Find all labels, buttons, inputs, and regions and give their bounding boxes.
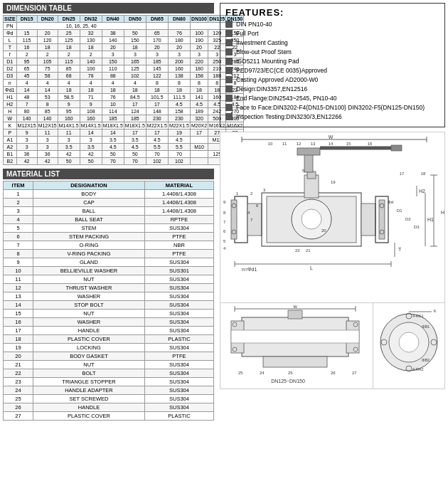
table-cell: 3 bbox=[4, 207, 33, 216]
mat-header-cell: ITEM bbox=[4, 181, 33, 190]
table-cell: P bbox=[4, 130, 17, 137]
table-cell: SUS304 bbox=[144, 395, 213, 403]
svg-text:H2: H2 bbox=[419, 189, 425, 194]
table-row: 7O-RINGNBR bbox=[4, 241, 214, 250]
table-cell: 18 bbox=[58, 87, 80, 94]
table-cell: 18 bbox=[80, 44, 102, 51]
table-cell: 18 bbox=[146, 87, 168, 94]
table-cell: 13 bbox=[4, 292, 33, 301]
table-cell: 26 bbox=[4, 403, 33, 412]
table-cell: A2 bbox=[4, 144, 17, 151]
table-cell: 8 bbox=[168, 80, 190, 87]
table-cell: 150 bbox=[124, 37, 146, 44]
table-row: KM12X15M12X15M14X1.5M14X1.5M18X1.5M18X1.… bbox=[4, 122, 244, 130]
table-cell: 70 bbox=[168, 151, 190, 158]
table-cell: 4.5 bbox=[102, 144, 124, 151]
table-cell: 75 bbox=[37, 65, 58, 73]
table-cell: 4 bbox=[80, 80, 102, 87]
table-cell: 190 bbox=[190, 37, 208, 44]
table-cell: 111.5 bbox=[168, 94, 190, 101]
table-cell: PTFE bbox=[144, 233, 213, 241]
table-cell: 7 bbox=[16, 101, 37, 108]
dimension-table: SIZEDN15DN20DN25DN32DN40DN50DN65DN80DN10… bbox=[3, 15, 244, 165]
table-cell: 122 bbox=[146, 73, 168, 80]
table-cell: 10 bbox=[4, 267, 33, 275]
feature-text: Design:DIN3357,EN12516 bbox=[236, 85, 307, 93]
table-cell: 76 bbox=[102, 94, 124, 101]
table-cell: 160 bbox=[80, 115, 102, 122]
table-cell: BODY bbox=[33, 190, 145, 199]
table-cell: 185 bbox=[146, 58, 168, 65]
table-cell: 11 bbox=[58, 130, 80, 137]
table-cell: 3 bbox=[124, 51, 146, 58]
svg-rect-25 bbox=[361, 204, 375, 236]
table-cell: 18 bbox=[102, 87, 124, 94]
table-cell: 138 bbox=[168, 73, 190, 80]
table-row: H808595108114124148158189242270 bbox=[4, 108, 244, 115]
table-cell: 17 bbox=[146, 130, 168, 137]
table-cell: 14 bbox=[4, 301, 33, 310]
table-row: L115120125130140150170180190325350 bbox=[4, 37, 244, 44]
drawing-area: W 10 11 12 13 14 15 16 17 18 bbox=[220, 132, 445, 389]
table-cell: 3 bbox=[37, 137, 58, 144]
table-cell: 36 bbox=[37, 151, 58, 158]
table-row: 17HANDLESUS304 bbox=[4, 327, 214, 335]
table-cell: 42 bbox=[80, 151, 102, 158]
table-cell: SUS304 bbox=[144, 318, 213, 327]
svg-point-22 bbox=[302, 209, 321, 229]
table-cell: PLASTIC COVER bbox=[33, 335, 145, 344]
table-cell: 125 bbox=[124, 65, 146, 73]
feature-bullet bbox=[225, 85, 233, 93]
table-cell: 18 bbox=[58, 44, 80, 51]
svg-text:Φd: Φd bbox=[388, 200, 393, 204]
dim-header-cell: DN50 bbox=[124, 16, 146, 23]
table-cell: 15 bbox=[4, 310, 33, 318]
table-cell: 3 bbox=[168, 51, 190, 58]
table-cell: 114 bbox=[102, 108, 124, 115]
table-cell: 185 bbox=[102, 115, 124, 122]
table-cell: A1 bbox=[4, 137, 17, 144]
table-cell: 17 bbox=[4, 327, 33, 335]
table-row: D195105115140150165185200220250285 bbox=[4, 58, 244, 65]
table-row: P911111414171719172727 bbox=[4, 130, 244, 137]
table-cell: SUS304 bbox=[144, 327, 213, 335]
table-row: 10BELLIEVILLE WASHERSUS301 bbox=[4, 267, 214, 275]
table-cell: SUS304 bbox=[144, 224, 213, 233]
table-row: A2333.53.54.54.55.55.5M10 bbox=[4, 144, 244, 151]
table-cell: 18 bbox=[4, 335, 33, 344]
feature-bullet bbox=[225, 58, 233, 65]
feature-item: Casting Approved AD2000-W0 bbox=[225, 76, 439, 84]
table-row: 23TRIANGLE STOPPERSUS304 bbox=[4, 378, 214, 386]
svg-text:10: 10 bbox=[268, 142, 273, 146]
table-cell: THRUST WASHER bbox=[33, 284, 145, 292]
table-cell: 6 bbox=[4, 233, 33, 241]
table-cell: 95 bbox=[58, 108, 80, 115]
table-cell: K bbox=[4, 122, 17, 130]
table-cell: SUS304 bbox=[144, 386, 213, 395]
feature-text: End Flange:DIN2543~2545, PN10-40 bbox=[236, 95, 337, 102]
table-cell: 145 bbox=[146, 65, 168, 73]
table-row: 19LOCKINGSUS304 bbox=[4, 344, 214, 352]
svg-text:D1: D1 bbox=[397, 208, 402, 213]
svg-text:W: W bbox=[329, 134, 334, 139]
dim-header-cell: DN15 bbox=[16, 16, 37, 23]
table-cell: BALL SEAT bbox=[33, 216, 145, 224]
table-cell: 189 bbox=[190, 108, 208, 115]
table-cell: SUS304 bbox=[144, 369, 213, 378]
table-cell: 4.5 bbox=[168, 101, 190, 108]
table-cell: 1.4408/1.4308 bbox=[144, 199, 213, 207]
table-cell: 80 bbox=[16, 108, 37, 115]
table-cell: M12X15 bbox=[16, 122, 37, 130]
feature-item: DIN PN10-40 bbox=[225, 21, 439, 28]
dim-header-cell: DN25 bbox=[58, 16, 80, 23]
feature-text: Full Port bbox=[236, 30, 259, 38]
table-cell: 84.5 bbox=[124, 94, 146, 101]
table-cell: M20X2 bbox=[190, 122, 208, 130]
svg-rect-31 bbox=[297, 148, 320, 155]
table-cell: 20 bbox=[190, 44, 208, 51]
table-cell: 180 bbox=[190, 65, 208, 73]
table-cell: 11 bbox=[4, 275, 33, 284]
table-cell: 3 bbox=[16, 137, 37, 144]
features-box: FEATURES: DIN PN10-40Full PortInvestment… bbox=[220, 3, 445, 127]
table-cell: 140 bbox=[16, 115, 37, 122]
